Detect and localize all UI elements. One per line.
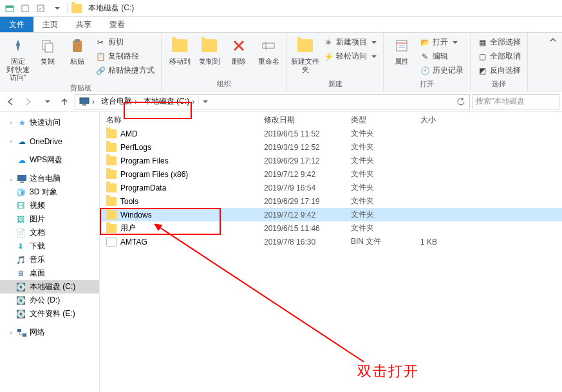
sidebar-quick-access[interactable]: ›★快速访问 (0, 116, 99, 129)
copy-path-button[interactable]: 📋复制路径 (93, 50, 157, 63)
folder-icon (106, 224, 117, 233)
copy-icon (37, 35, 58, 56)
folder-icon: 🖥 (15, 268, 26, 279)
invert-button[interactable]: ◩反向选择 (474, 64, 523, 77)
delete-button[interactable]: 删除 (225, 34, 253, 66)
titlebar: 本地磁盘 (C:) (0, 0, 562, 17)
window-title: 本地磁盘 (C:) (88, 3, 134, 14)
cut-button[interactable]: ✂剪切 (93, 35, 157, 49)
sidebar-onedrive[interactable]: ›☁OneDrive (0, 135, 99, 148)
pin-icon (8, 35, 28, 56)
sidebar-item[interactable]: 📄文档 (0, 226, 99, 239)
forward-button[interactable] (21, 94, 36, 109)
table-row[interactable]: 用户2019/6/15 11:46文件夹 (100, 221, 562, 235)
folder-icon: 🎞 (15, 201, 26, 211)
sidebar-item[interactable]: 💽办公 (D:) (0, 294, 99, 307)
sidebar-item[interactable]: 💽文件资料 (E:) (0, 307, 99, 321)
folder-icon (106, 183, 117, 192)
sidebar-wps[interactable]: ☁WPS网盘 (0, 153, 99, 167)
table-row[interactable]: Program Files2019/6/29 17:12文件夹 (100, 154, 562, 167)
group-organize: 移动到 复制到 删除 重命名 组织 (162, 33, 287, 91)
table-row[interactable]: Program Files (x86)2019/7/12 9:42文件夹 (100, 167, 562, 181)
table-row[interactable]: AMD2019/6/15 11:52文件夹 (100, 127, 562, 140)
copy-to-button[interactable]: 复制到 (195, 34, 223, 66)
sidebar-item[interactable]: 🖼图片 (0, 212, 99, 226)
new-folder-button[interactable]: 新建文件夹 (291, 34, 319, 73)
svg-rect-3 (37, 5, 44, 12)
properties-button[interactable]: 属性 (388, 34, 416, 66)
refresh-button[interactable] (454, 97, 468, 106)
up-button[interactable] (57, 94, 72, 109)
new-item-icon: ✳ (323, 37, 333, 48)
file-icon (106, 238, 117, 247)
sidebar-this-pc[interactable]: ⌄这台电脑 (0, 172, 99, 185)
tab-file[interactable]: 文件 (0, 17, 33, 32)
rename-button[interactable]: 重命名 (254, 34, 283, 66)
sidebar-item[interactable]: 🖥桌面 (0, 266, 99, 280)
recent-dropdown[interactable] (39, 94, 54, 109)
address-dropdown[interactable] (198, 95, 210, 109)
folder-icon: 💽 (15, 282, 26, 292)
qat-icon-app[interactable] (3, 1, 17, 15)
tab-share[interactable]: 共享 (67, 17, 100, 32)
breadcrumb-pc[interactable]: 这台电脑› (98, 95, 140, 109)
edit-button[interactable]: ✎编辑 (417, 50, 466, 63)
folder-icon: 💽 (15, 309, 26, 319)
select-none-button[interactable]: ▢全部取消 (474, 50, 523, 63)
qat-unknown-2[interactable] (33, 1, 48, 15)
select-all-button[interactable]: ▦全部选择 (474, 35, 523, 49)
group-new: 新建文件夹 ✳新建项目 ⚡轻松访问 新建 (287, 33, 384, 91)
col-size[interactable]: 大小 (420, 115, 472, 126)
sidebar-item[interactable]: 🎵音乐 (0, 253, 99, 266)
sidebar-item[interactable]: 💽本地磁盘 (C:) (0, 280, 99, 294)
svg-rect-2 (22, 5, 28, 12)
easy-access-button[interactable]: ⚡轻松访问 (321, 50, 379, 63)
column-headers[interactable]: 名称 修改日期 类型 大小 (100, 112, 562, 127)
tab-home[interactable]: 主页 (33, 17, 67, 32)
sidebar-item[interactable]: 🧊3D 对象 (0, 185, 99, 199)
easy-access-icon: ⚡ (323, 51, 333, 62)
qat-unknown-1[interactable] (18, 1, 32, 15)
copy-button[interactable]: 复制 (33, 34, 62, 66)
svg-rect-12 (82, 104, 86, 106)
group-open: 属性 📂打开 ✎编辑 🕘历史记录 打开 (384, 33, 471, 91)
folder-icon (106, 170, 117, 179)
new-folder-icon (295, 35, 315, 56)
paste-button[interactable]: 粘贴 (63, 34, 91, 66)
ribbon-collapse-icon[interactable] (547, 33, 559, 46)
select-all-icon: ▦ (477, 37, 487, 48)
open-button[interactable]: 📂打开 (417, 35, 466, 49)
table-row[interactable]: PerfLogs2019/3/19 12:52文件夹 (100, 140, 562, 154)
folder-icon: 💽 (15, 295, 26, 306)
back-button[interactable] (3, 94, 18, 109)
paste-shortcut-button[interactable]: 🔗粘贴快捷方式 (93, 64, 157, 77)
table-row[interactable]: AMTAG2019/7/8 16:30BIN 文件1 KB (100, 235, 562, 248)
new-item-button[interactable]: ✳新建项目 (321, 35, 379, 49)
sidebar-network[interactable]: ›网络 (0, 326, 99, 339)
move-to-button[interactable]: 移动到 (165, 34, 194, 66)
table-row[interactable]: Tools2019/6/29 17:19文件夹 (100, 194, 562, 208)
wps-icon: ☁ (17, 155, 27, 165)
col-name[interactable]: 名称 (106, 115, 264, 126)
breadcrumb-drive[interactable]: 本地磁盘 (C:)› (141, 95, 197, 109)
table-row[interactable]: ProgramData2019/7/9 16:54文件夹 (100, 181, 562, 194)
sidebar: ›★快速访问 ›☁OneDrive ☁WPS网盘 ⌄这台电脑 🧊3D 对象🎞视频… (0, 112, 100, 392)
col-type[interactable]: 类型 (351, 115, 420, 126)
qat-dropdown[interactable] (49, 1, 63, 15)
tab-view[interactable]: 查看 (100, 17, 134, 32)
pc-icon[interactable]: › (77, 95, 97, 109)
svg-rect-14 (20, 182, 24, 183)
sidebar-item[interactable]: 🎞视频 (0, 199, 99, 212)
svg-rect-1 (6, 6, 14, 8)
pc-icon (17, 174, 27, 184)
table-row[interactable]: Windows2019/7/12 9:42文件夹 (100, 208, 562, 221)
search-input[interactable]: 搜索"本地磁盘 (473, 94, 559, 109)
folder-icon: ⬇ (15, 241, 26, 252)
path-icon: 📋 (95, 51, 106, 62)
sidebar-item[interactable]: ⬇下载 (0, 239, 99, 253)
address-bar[interactable]: › 这台电脑› 本地磁盘 (C:)› (75, 94, 470, 109)
pin-button[interactable]: 固定到"快速访问" (4, 34, 32, 82)
col-date[interactable]: 修改日期 (264, 115, 351, 126)
svg-rect-11 (80, 98, 89, 104)
history-button[interactable]: 🕘历史记录 (417, 64, 466, 77)
